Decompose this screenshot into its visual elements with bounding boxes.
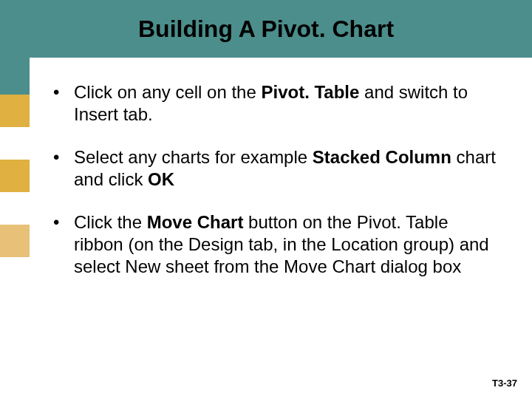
list-item: Select any charts for example Stacked Co…: [53, 146, 497, 191]
bullet-bold: Stacked Column: [313, 147, 451, 167]
slide-title: Building A Pivot. Chart: [138, 16, 394, 43]
bullet-bold: OK: [148, 169, 174, 189]
list-item: Click on any cell on the Pivot. Table an…: [53, 81, 497, 126]
accent-block: [0, 95, 30, 127]
accent-block: [0, 160, 30, 192]
accent-block: [0, 58, 30, 95]
slide-body: Click on any cell on the Pivot. Table an…: [53, 81, 497, 299]
accent-block: [0, 257, 30, 399]
bullet-bold: Pivot. Table: [261, 82, 359, 102]
left-accent-bar: [0, 58, 30, 399]
accent-block: [0, 127, 30, 160]
bullet-bold: Move Chart: [147, 212, 244, 232]
list-item: Click the Move Chart button on the Pivot…: [53, 211, 497, 278]
bullet-text: Click the: [74, 212, 147, 232]
accent-block: [0, 225, 30, 257]
slide-number: T3-37: [492, 378, 517, 389]
slide-header: Building A Pivot. Chart: [0, 0, 532, 58]
bullet-text: Select any charts for example: [74, 147, 313, 167]
bullet-text: Click on any cell on the: [74, 82, 261, 102]
accent-block: [0, 192, 30, 225]
bullet-list: Click on any cell on the Pivot. Table an…: [53, 81, 497, 278]
